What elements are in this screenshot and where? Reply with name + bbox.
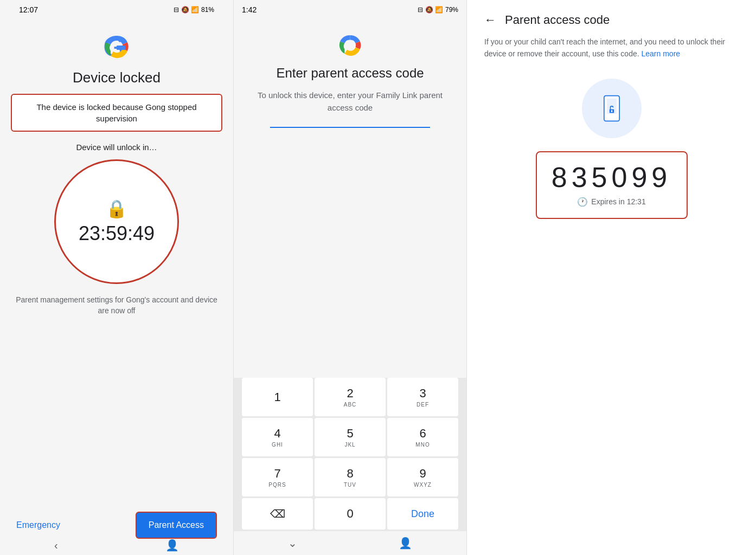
numpad-key-7[interactable]: 7 PQRS	[242, 458, 313, 496]
numpad-row-4: ⌫ 0 Done	[242, 498, 458, 530]
locked-warning-text: The device is locked because Gong stoppe…	[36, 102, 196, 123]
back-nav-icon-2[interactable]: ⌄	[288, 537, 297, 550]
numpad-key-6[interactable]: 6 MNO	[387, 418, 458, 456]
time-2: 1:42	[242, 5, 257, 14]
panel3-description: If you or your child can't reach the int…	[484, 36, 739, 60]
google-logo-2	[335, 30, 365, 60]
numpad: 1 2 ABC 3 DEF 4 GHI 5 JKL 6 MNO	[234, 378, 466, 531]
panel-device-locked: 12:07 ⊟ 🔕 📶 81% G Device locked The devi…	[0, 0, 233, 555]
home-nav-icon-2[interactable]: 👤	[399, 537, 412, 550]
panel2-content: Enter parent access code To unlock this …	[234, 20, 466, 378]
status-bar-1: 12:07 ⊟ 🔕 📶 81%	[11, 0, 222, 20]
battery-2: 79%	[445, 6, 458, 14]
panel3-desc-text: If you or your child can't reach the int…	[484, 37, 725, 58]
status-bar-2: 1:42 ⊟ 🔕 📶 79%	[234, 0, 466, 20]
code-input-underline	[270, 127, 430, 128]
clock-icon: 🕐	[577, 197, 588, 207]
numpad-key-8[interactable]: 8 TUV	[315, 458, 386, 496]
numpad-backspace-key[interactable]: ⌫	[242, 498, 313, 530]
enter-code-subtitle: To unlock this device, enter your Family…	[250, 89, 450, 114]
numpad-row-1: 1 2 ABC 3 DEF	[242, 378, 458, 416]
numpad-key-1[interactable]: 1	[242, 378, 313, 416]
device-locked-title: Device locked	[73, 69, 161, 86]
access-code-digits: 835099	[550, 163, 674, 191]
numpad-row-2: 4 GHI 5 JKL 6 MNO	[242, 418, 458, 456]
panel-enter-code: 1:42 ⊟ 🔕 📶 79% Enter parent access code …	[233, 0, 466, 555]
back-button[interactable]: ←	[484, 13, 496, 27]
panel-access-code: ← Parent access code If you or your chil…	[466, 0, 756, 555]
expires-label: Expires in 12:31	[591, 197, 645, 206]
phone-unlock-icon	[598, 95, 625, 122]
numpad-key-0[interactable]: 0	[315, 498, 386, 530]
svg-rect-2	[117, 46, 125, 50]
lock-icon: 🔒	[106, 198, 127, 219]
emergency-link[interactable]: Emergency	[16, 520, 60, 530]
panel2-nav: ⌄ 👤	[234, 531, 466, 555]
panel3-title: Parent access code	[505, 13, 610, 27]
home-nav-icon[interactable]: 👤	[165, 539, 179, 552]
enter-code-title: Enter parent access code	[276, 66, 424, 81]
battery-1: 81%	[201, 6, 214, 14]
status-icons-1: ⊟ 🔕 📶 81%	[174, 6, 214, 14]
svg-point-5	[611, 110, 612, 112]
numpad-row-3: 7 PQRS 8 TUV 9 WXYZ	[242, 458, 458, 496]
phone-illustration	[582, 79, 642, 138]
status-icons-2: ⊟ 🔕 📶 79%	[418, 6, 458, 14]
numpad-key-4[interactable]: 4 GHI	[242, 418, 313, 456]
countdown-circle: 🔒 23:59:49	[54, 159, 179, 284]
learn-more-link[interactable]: Learn more	[641, 49, 680, 58]
expires-row: 🕐 Expires in 12:31	[550, 197, 674, 207]
numpad-key-9[interactable]: 9 WXYZ	[387, 458, 458, 496]
panel3-header: ← Parent access code	[484, 13, 739, 27]
mgmt-text: Parent management settings for Gong's ac…	[11, 295, 222, 316]
numpad-done-key[interactable]: Done	[387, 498, 458, 530]
signal-icon: ⊟ 🔕 📶	[174, 6, 199, 14]
time-1: 12:07	[19, 5, 38, 14]
back-nav-icon[interactable]: ‹	[54, 539, 58, 552]
signal-icon-2: ⊟ 🔕 📶	[418, 6, 443, 14]
numpad-key-5[interactable]: 5 JKL	[315, 418, 386, 456]
parent-access-button[interactable]: Parent Access	[136, 512, 217, 539]
google-logo-1: G	[100, 30, 133, 63]
locked-warning-box: The device is locked because Gong stoppe…	[11, 94, 222, 132]
numpad-key-2[interactable]: 2 ABC	[315, 378, 386, 416]
access-code-box: 835099 🕐 Expires in 12:31	[536, 151, 688, 219]
panel1-bottom-bar: Emergency Parent Access	[0, 512, 233, 539]
panel1-nav: ‹ 👤	[0, 539, 233, 552]
countdown-time: 23:59:49	[79, 222, 155, 245]
unlock-countdown-label: Device will unlock in…	[76, 143, 157, 152]
numpad-key-3[interactable]: 3 DEF	[387, 378, 458, 416]
